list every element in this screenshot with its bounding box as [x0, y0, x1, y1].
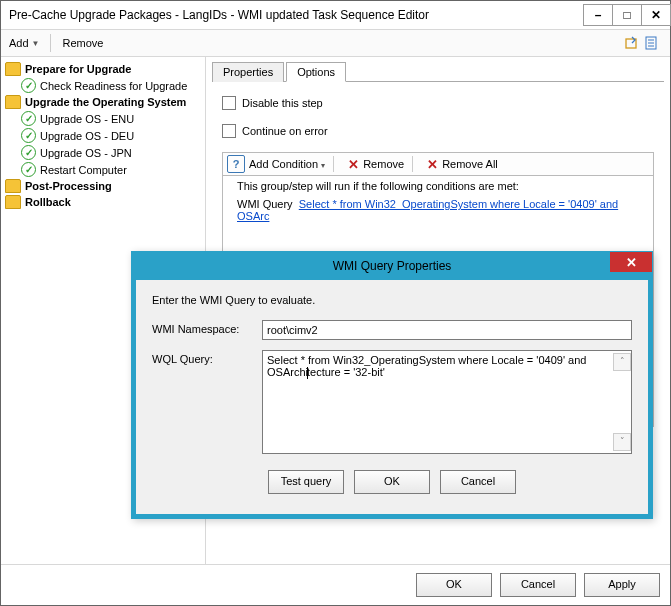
condition-link[interactable]: Select * from Win32_OperatingSystem wher… [237, 198, 618, 222]
folder-icon [5, 179, 21, 193]
tree-node-label: Rollback [25, 196, 71, 208]
toolbar: Add▼ Remove [1, 30, 670, 57]
add-menu[interactable]: Add▼ [3, 35, 46, 51]
minimize-button[interactable]: – [583, 4, 613, 26]
add-condition-label: Add Condition [249, 158, 318, 170]
help-icon[interactable]: ? [227, 155, 245, 173]
tree-node-label: Prepare for Upgrade [25, 63, 131, 75]
tab-properties[interactable]: Properties [212, 62, 284, 82]
tree-node-label: Upgrade OS - ENU [40, 113, 134, 125]
continue-on-error-row[interactable]: Continue on error [222, 124, 654, 138]
separator [412, 156, 413, 172]
disable-step-label: Disable this step [242, 97, 323, 109]
disable-step-row[interactable]: Disable this step [222, 96, 654, 110]
continue-on-error-checkbox[interactable] [222, 124, 236, 138]
continue-on-error-label: Continue on error [242, 125, 328, 137]
task-sequence-editor-window: Pre-Cache Upgrade Packages - LangIDs - W… [0, 0, 671, 606]
disable-step-checkbox[interactable] [222, 96, 236, 110]
remove-label: Remove [63, 37, 104, 49]
check-icon: ✓ [21, 145, 36, 160]
namespace-input[interactable]: root\cimv2 [262, 320, 632, 340]
window-title: Pre-Cache Upgrade Packages - LangIDs - W… [9, 8, 429, 22]
properties-icon[interactable] [642, 33, 662, 53]
tabs: Properties Options [212, 61, 664, 82]
conditions-header: This group/step will run if the followin… [223, 176, 653, 196]
tree-node-label: Check Readiness for Upgrade [40, 80, 187, 92]
tree-node-label: Upgrade OS - JPN [40, 147, 132, 159]
folder-icon [5, 195, 21, 209]
add-label: Add [9, 37, 29, 49]
tab-options[interactable]: Options [286, 62, 346, 82]
test-query-button[interactable]: Test query [268, 470, 344, 494]
namespace-label: WMI Namespace: [152, 320, 262, 335]
dialog-footer: Test query OK Cancel [152, 464, 632, 504]
tree-node[interactable]: ✓Upgrade OS - DEU [5, 127, 201, 144]
tree-node-label: Upgrade OS - DEU [40, 130, 134, 142]
remove-button[interactable]: Remove [57, 35, 110, 51]
tree-node[interactable]: Post-Processing [5, 178, 201, 194]
titlebar: Pre-Cache Upgrade Packages - LangIDs - W… [1, 1, 670, 30]
apply-button[interactable]: Apply [584, 573, 660, 597]
tree-node[interactable]: Rollback [5, 194, 201, 210]
add-condition-menu[interactable]: Add Condition ▾ [249, 158, 325, 170]
query-text-line2: tecture = '32-bit' [307, 366, 385, 378]
scroll-down-icon[interactable]: ˅ [613, 433, 631, 451]
scrollbar[interactable]: ˄˅ [613, 353, 629, 451]
dialog-ok-button[interactable]: OK [354, 470, 430, 494]
scroll-up-icon[interactable]: ˄ [613, 353, 631, 371]
delete-icon: ✕ [427, 157, 438, 172]
tree-node-label: Restart Computer [40, 164, 127, 176]
dialog-titlebar: WMI Query Properties ✕ [132, 252, 652, 280]
tree-node[interactable]: ✓Check Readiness for Upgrade [5, 77, 201, 94]
check-icon: ✓ [21, 78, 36, 93]
query-textarea[interactable]: Select * from Win32_OperatingSystem wher… [262, 350, 632, 454]
remove-all-conditions-button[interactable]: Remove All [442, 158, 498, 170]
dialog-intro: Enter the WMI Query to evaluate. [152, 294, 632, 306]
tree-node-label: Upgrade the Operating System [25, 96, 186, 108]
new-group-icon[interactable] [622, 33, 642, 53]
tree-node[interactable]: ✓Upgrade OS - JPN [5, 144, 201, 161]
folder-icon [5, 95, 21, 109]
tree-node[interactable]: ✓Restart Computer [5, 161, 201, 178]
wmi-query-dialog: WMI Query Properties ✕ Enter the WMI Que… [131, 251, 653, 519]
query-label: WQL Query: [152, 350, 262, 365]
ok-button[interactable]: OK [416, 573, 492, 597]
condition-row[interactable]: WMI Query Select * from Win32_OperatingS… [223, 196, 653, 224]
check-icon: ✓ [21, 111, 36, 126]
separator [50, 34, 51, 52]
tree-node-label: Post-Processing [25, 180, 112, 192]
dialog-cancel-button[interactable]: Cancel [440, 470, 516, 494]
check-icon: ✓ [21, 162, 36, 177]
dialog-body: Enter the WMI Query to evaluate. WMI Nam… [136, 280, 648, 514]
tree-node[interactable]: Upgrade the Operating System [5, 94, 201, 110]
close-button[interactable]: ✕ [641, 4, 671, 26]
cancel-button[interactable]: Cancel [500, 573, 576, 597]
maximize-button[interactable]: □ [612, 4, 642, 26]
remove-condition-button[interactable]: Remove [363, 158, 404, 170]
check-icon: ✓ [21, 128, 36, 143]
chevron-down-icon: ▼ [32, 39, 40, 48]
folder-icon [5, 62, 21, 76]
tree-node[interactable]: Prepare for Upgrade [5, 61, 201, 77]
dialog-close-button[interactable]: ✕ [610, 252, 652, 272]
tree-node[interactable]: ✓Upgrade OS - ENU [5, 110, 201, 127]
footer: OK Cancel Apply [1, 564, 670, 605]
dialog-title: WMI Query Properties [333, 259, 452, 273]
delete-icon: ✕ [348, 157, 359, 172]
window-buttons: – □ ✕ [583, 5, 670, 26]
condition-type: WMI Query [237, 198, 293, 210]
condition-toolbar: ? Add Condition ▾ ✕ Remove ✕ Remove All [222, 152, 654, 176]
separator [333, 156, 334, 172]
chevron-down-icon: ▾ [321, 161, 325, 170]
